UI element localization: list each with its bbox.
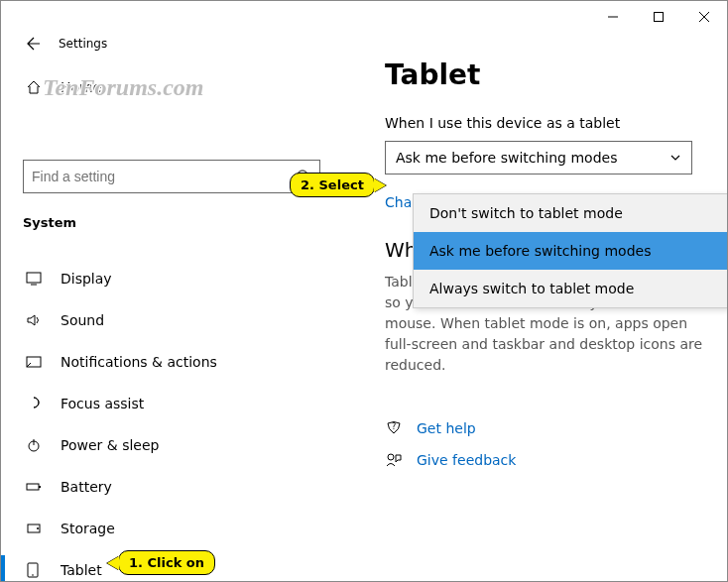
callout-1-text: 1. Click on: [129, 555, 204, 570]
nav-label: Power & sleep: [61, 437, 159, 453]
select-value: Ask me before switching modes: [396, 150, 617, 166]
chevron-down-icon: [669, 152, 681, 164]
power-icon: [25, 436, 43, 454]
back-icon[interactable]: [23, 35, 41, 53]
sidebar: Settings Home System: [1, 33, 343, 581]
main-panel: Tablet When I use this device as a table…: [343, 33, 727, 581]
search-box[interactable]: [23, 160, 320, 193]
dropdown-option-ask-me[interactable]: Ask me before switching modes: [414, 232, 727, 270]
nav-item-battery[interactable]: Battery: [23, 466, 321, 508]
home-icon: [25, 78, 43, 96]
nav-label: Battery: [61, 479, 112, 495]
app-title: Settings: [59, 37, 107, 51]
nav-label: Display: [61, 271, 112, 287]
nav-label: Tablet: [61, 562, 102, 578]
help-icon: ?: [385, 419, 403, 437]
nav-label: Storage: [61, 521, 115, 536]
give-feedback-link: Give feedback: [417, 452, 516, 468]
svg-rect-1: [655, 13, 664, 22]
when-label: When I use this device as a tablet: [385, 115, 707, 131]
dropdown-option-dont-switch[interactable]: Don't switch to tablet mode: [414, 194, 727, 232]
svg-point-16: [32, 574, 34, 576]
nav-item-display[interactable]: Display: [23, 258, 321, 299]
titlebar: [1, 1, 727, 33]
mode-select[interactable]: Ask me before switching modes: [385, 141, 692, 175]
svg-rect-6: [27, 273, 41, 283]
svg-point-18: [388, 454, 394, 460]
get-help-row[interactable]: ? Get help: [385, 419, 707, 437]
display-icon: [25, 270, 43, 288]
battery-icon: [25, 478, 43, 496]
nav-item-power-sleep[interactable]: Power & sleep: [23, 424, 321, 466]
sound-icon: [25, 311, 43, 329]
callout-2: 2. Select: [290, 173, 375, 197]
nav-list: Display Sound Notifications & actions Fo…: [23, 258, 321, 581]
tablet-icon: [25, 561, 43, 579]
content-area: Settings Home System: [1, 33, 727, 581]
search-input[interactable]: [32, 169, 280, 184]
callout-2-text: 2. Select: [301, 177, 364, 192]
focus-assist-icon: [25, 395, 43, 412]
feedback-icon: [385, 451, 403, 469]
notifications-icon: [25, 353, 43, 371]
give-feedback-row[interactable]: Give feedback: [385, 451, 707, 469]
callout-1: 1. Click on: [118, 550, 215, 575]
mode-dropdown: Don't switch to tablet mode Ask me befor…: [413, 193, 727, 308]
svg-rect-12: [39, 486, 41, 488]
get-help-link: Get help: [417, 420, 476, 436]
close-button[interactable]: [681, 1, 727, 33]
nav-label: Focus assist: [61, 396, 144, 411]
minimize-button[interactable]: [590, 1, 636, 33]
section-title: System: [23, 215, 321, 230]
svg-text:?: ?: [392, 422, 396, 431]
nav-home[interactable]: Home: [23, 78, 321, 96]
svg-rect-11: [27, 484, 39, 490]
svg-point-14: [37, 527, 39, 529]
nav-label: Notifications & actions: [61, 354, 217, 370]
nav-item-focus-assist[interactable]: Focus assist: [23, 383, 321, 424]
nav-item-storage[interactable]: Storage: [23, 508, 321, 549]
nav-label: Sound: [61, 312, 104, 328]
maximize-button[interactable]: [636, 1, 681, 33]
settings-window: Settings Home System: [0, 0, 728, 582]
nav-item-sound[interactable]: Sound: [23, 299, 321, 341]
home-label: Home: [61, 79, 101, 95]
page-title: Tablet: [385, 58, 707, 91]
dropdown-option-always-switch[interactable]: Always switch to tablet mode: [414, 270, 727, 307]
storage-icon: [25, 520, 43, 537]
nav-item-notifications[interactable]: Notifications & actions: [23, 341, 321, 383]
